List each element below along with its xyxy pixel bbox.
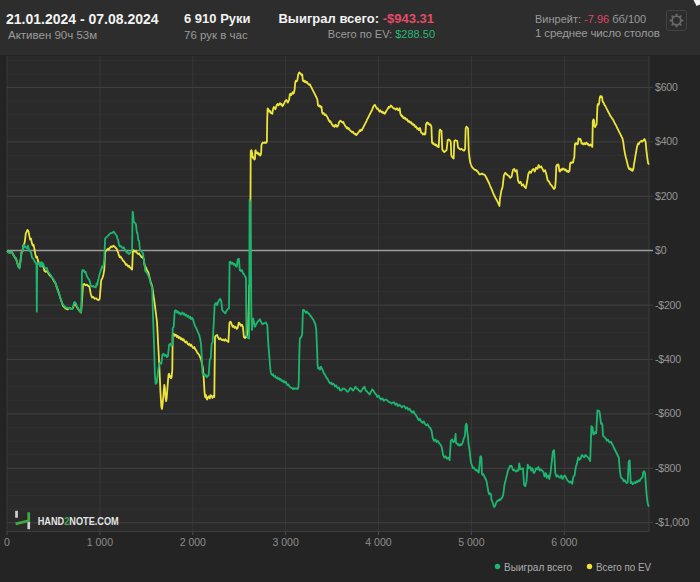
svg-text:-$800: -$800 bbox=[655, 462, 681, 474]
svg-text:Всего по EV: Всего по EV bbox=[596, 561, 652, 573]
svg-text:5 000: 5 000 bbox=[458, 536, 484, 548]
svg-text:2 000: 2 000 bbox=[180, 536, 206, 548]
svg-text:$0: $0 bbox=[655, 244, 667, 256]
svg-text:1 000: 1 000 bbox=[87, 536, 113, 548]
svg-text:-$600: -$600 bbox=[655, 407, 681, 419]
svg-text:Выиграл всего: Выиграл всего bbox=[504, 561, 572, 573]
svg-text:HAND2NOTE.COM: HAND2NOTE.COM bbox=[38, 515, 119, 527]
svg-text:0: 0 bbox=[4, 536, 10, 548]
svg-text:$400: $400 bbox=[655, 135, 678, 147]
svg-text:4 000: 4 000 bbox=[365, 536, 391, 548]
svg-text:-$200: -$200 bbox=[655, 299, 681, 311]
svg-text:-$1,000: -$1,000 bbox=[655, 516, 690, 528]
svg-text:-$400: -$400 bbox=[655, 353, 681, 365]
svg-text:$200: $200 bbox=[655, 190, 678, 202]
svg-text:3 000: 3 000 bbox=[272, 536, 298, 548]
svg-text:6 000: 6 000 bbox=[551, 536, 577, 548]
svg-text:$600: $600 bbox=[655, 81, 678, 93]
